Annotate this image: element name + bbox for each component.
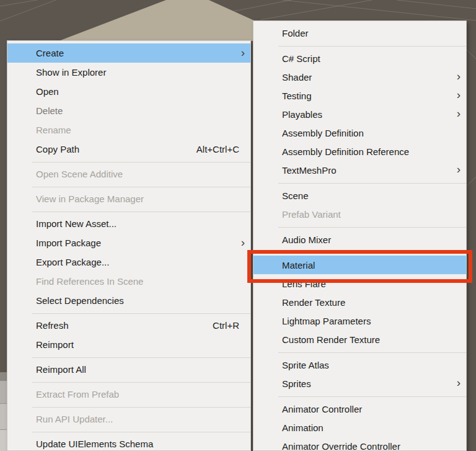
editor-panel-strip (0, 429, 7, 451)
menu-item-delete[interactable]: Delete (7, 101, 250, 120)
menu-item-label: Reimport (36, 339, 74, 350)
menu-item-import-package[interactable]: Import Package› (7, 233, 250, 252)
menu-item-material[interactable]: Material (253, 256, 466, 274)
menu-separator (253, 393, 466, 400)
menu-item-label: Custom Render Texture (282, 334, 380, 345)
menu-item-label: Export Package... (36, 257, 109, 267)
menu-item-label: Material (282, 260, 315, 270)
menu-item-import-new-asset[interactable]: Import New Asset... (7, 214, 250, 233)
submenu-arrow-icon: › (457, 163, 461, 175)
menu-separator (7, 379, 250, 385)
separator-line (278, 396, 466, 397)
menu-item-textmeshpro[interactable]: TextMeshPro› (253, 161, 466, 179)
submenu-arrow-icon: › (241, 47, 245, 58)
menu-item-copy-path[interactable]: Copy PathAlt+Ctrl+C (7, 140, 250, 159)
menu-item-create[interactable]: Create› (7, 43, 250, 63)
menu-item-sprite-atlas[interactable]: Sprite Atlas (253, 355, 466, 374)
create-submenu: FolderC# ScriptShader›Testing›Playables›… (253, 20, 467, 451)
menu-item-select-dependencies[interactable]: Select Dependencies (7, 291, 250, 310)
menu-item-label: Rename (36, 125, 71, 135)
menu-item-folder[interactable]: Folder (253, 24, 466, 42)
menu-item-playables[interactable]: Playables› (253, 105, 466, 123)
menu-item-animator-controller[interactable]: Animator Controller (253, 400, 466, 418)
menu-item-update-uielements-schema[interactable]: Update UIElements Schema (7, 434, 250, 451)
menu-item-label: Prefab Variant (282, 209, 341, 220)
menu-item-lightmap-parameters[interactable]: Lightmap Parameters (253, 311, 466, 330)
separator-line (32, 382, 250, 383)
menu-item-show-in-explorer[interactable]: Show in Explorer (7, 63, 250, 82)
separator-line (278, 46, 466, 47)
menu-item-label: Find References In Scene (36, 276, 143, 287)
menu-item-reimport-all[interactable]: Reimport All (7, 360, 250, 379)
menu-item-label: Copy Path (36, 144, 79, 154)
editor-panel-strip (0, 403, 7, 429)
separator-line (32, 432, 250, 432)
menu-separator (253, 179, 466, 186)
menu-item-open[interactable]: Open (7, 82, 250, 101)
menu-item-label: Scene (282, 190, 309, 201)
menu-item-assembly-definition-reference[interactable]: Assembly Definition Reference (253, 142, 466, 161)
menu-item-testing[interactable]: Testing› (253, 86, 466, 105)
menu-item-shortcut: Ctrl+R (213, 320, 239, 331)
menu-item-label: Import New Asset... (36, 218, 117, 229)
menu-item-shader[interactable]: Shader› (253, 68, 466, 86)
menu-item-shortcut: Alt+Ctrl+C (196, 144, 239, 154)
menu-item-label: Render Texture (282, 297, 345, 308)
separator-line (278, 183, 466, 184)
menu-item-refresh[interactable]: RefreshCtrl+R (7, 316, 250, 335)
menu-item-assembly-definition[interactable]: Assembly Definition (253, 123, 466, 142)
menu-item-custom-render-texture[interactable]: Custom Render Texture (253, 330, 466, 349)
menu-separator (7, 310, 250, 316)
menu-item-label: Lens Flare (282, 279, 326, 289)
separator-line (278, 252, 466, 253)
separator-line (32, 407, 250, 408)
menu-item-label: Playables (282, 109, 322, 120)
separator-line (32, 212, 250, 212)
menu-item-scene[interactable]: Scene (253, 186, 466, 205)
menu-item-sprites[interactable]: Sprites› (253, 374, 466, 393)
menu-item-animation[interactable]: Animation (253, 418, 466, 437)
menu-item-label: Lightmap Parameters (282, 316, 371, 326)
menu-item-label: Refresh (36, 320, 69, 331)
menu-item-label: View in Package Manager (36, 194, 144, 204)
menu-item-label: Animator Controller (282, 404, 362, 414)
editor-panel-strip (0, 381, 7, 403)
submenu-arrow-icon: › (457, 89, 461, 100)
menu-item-extract-from-prefab: Extract From Prefab (7, 385, 250, 404)
menu-item-label: C# Script (282, 53, 320, 64)
menu-separator (7, 184, 250, 189)
menu-item-lens-flare[interactable]: Lens Flare (253, 274, 466, 293)
menu-item-render-texture[interactable]: Render Texture (253, 293, 466, 311)
menu-item-label: Assembly Definition Reference (282, 146, 409, 157)
menu-separator (7, 208, 250, 214)
menu-item-open-scene-additive: Open Scene Additive (7, 164, 250, 184)
menu-item-view-in-package-manager: View in Package Manager (7, 189, 250, 208)
menu-separator (7, 404, 250, 409)
submenu-arrow-icon: › (457, 70, 461, 82)
menu-separator (253, 223, 466, 230)
menu-item-export-package[interactable]: Export Package... (7, 252, 250, 272)
menu-item-label: Sprite Atlas (282, 360, 329, 370)
menu-item-audio-mixer[interactable]: Audio Mixer (253, 230, 466, 249)
menu-item-c-script[interactable]: C# Script (253, 49, 466, 68)
menu-item-find-references-in-scene: Find References In Scene (7, 272, 250, 291)
context-menu: Create›Show in ExplorerOpenDeleteRenameC… (7, 40, 251, 451)
menu-item-label: Audio Mixer (282, 234, 331, 245)
submenu-arrow-icon: › (457, 377, 461, 388)
menu-item-label: Assembly Definition (282, 128, 364, 138)
submenu-arrow-icon: › (241, 236, 245, 248)
menu-separator (253, 349, 466, 355)
menu-item-reimport[interactable]: Reimport (7, 335, 250, 354)
separator-line (32, 162, 250, 163)
menu-separator (7, 159, 250, 164)
menu-item-label: Run API Updater... (36, 414, 113, 424)
menu-separator (253, 249, 466, 256)
menu-item-label: Create (36, 48, 64, 58)
editor-panel-strip (0, 372, 7, 381)
menu-item-label: TextMeshPro (282, 165, 337, 176)
menu-item-prefab-variant: Prefab Variant (253, 205, 466, 223)
menu-item-label: Animator Override Controller (282, 441, 400, 451)
menu-item-label: Show in Explorer (36, 67, 106, 78)
separator-line (32, 187, 250, 187)
menu-item-animator-override-controller[interactable]: Animator Override Controller (253, 437, 466, 451)
